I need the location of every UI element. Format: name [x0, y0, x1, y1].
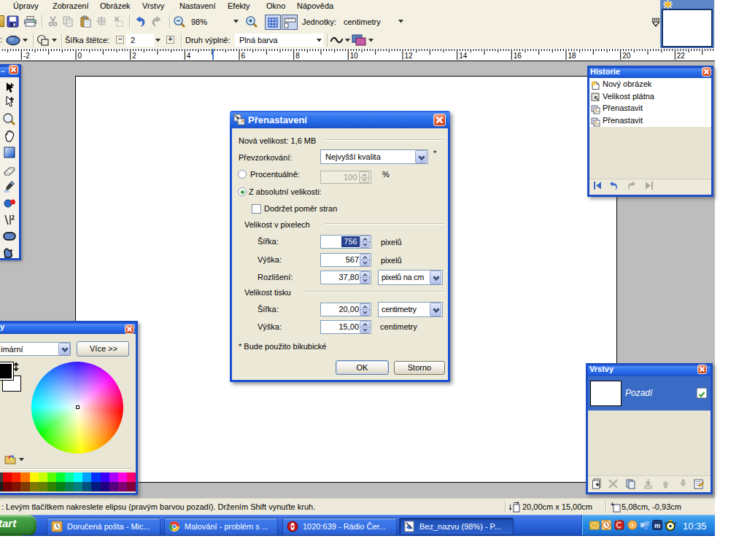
- svg-text:16: 16: [514, 52, 522, 60]
- svg-text:12: 12: [405, 52, 414, 60]
- svg-text:22: 22: [677, 52, 686, 60]
- svg-text:2: 2: [132, 52, 136, 60]
- svg-text:0: 0: [78, 52, 82, 60]
- svg-text:10: 10: [350, 52, 359, 60]
- svg-text:6: 6: [241, 52, 246, 60]
- svg-text:4: 4: [187, 52, 191, 60]
- svg-text:14: 14: [459, 52, 468, 60]
- svg-text:m: m: [654, 522, 660, 529]
- svg-text:8: 8: [295, 52, 300, 60]
- svg-text:-2: -2: [23, 52, 30, 60]
- svg-text:20: 20: [622, 52, 631, 60]
- svg-text:18: 18: [568, 52, 577, 60]
